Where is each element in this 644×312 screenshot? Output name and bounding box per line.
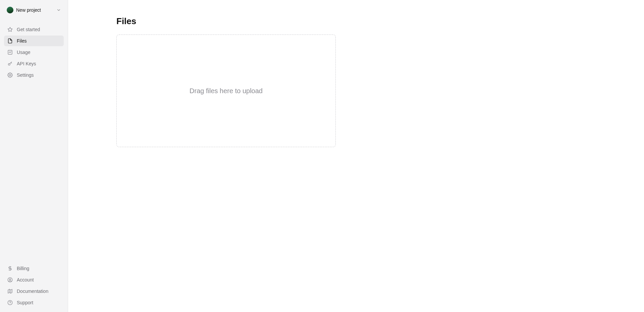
gear-icon	[7, 72, 13, 78]
dropzone-text: Drag files here to upload	[190, 87, 263, 95]
sidebar-item-api-keys[interactable]: API Keys	[4, 58, 64, 69]
sidebar-item-files[interactable]: Files	[4, 36, 64, 46]
project-name: New project	[16, 7, 54, 13]
svg-point-5	[9, 74, 11, 76]
sidebar-item-get-started[interactable]: Get started	[4, 24, 64, 35]
sidebar-item-label: Documentation	[17, 289, 48, 294]
nav-list-main: Get started Files Usage API Keys Setting…	[4, 24, 64, 80]
sidebar-item-support[interactable]: Support	[4, 297, 64, 308]
svg-marker-0	[8, 27, 12, 32]
nav-list-footer: Billing Account Documentation Support	[4, 263, 64, 308]
project-selector[interactable]: New project	[4, 4, 64, 16]
svg-marker-9	[8, 289, 12, 293]
key-icon	[7, 61, 13, 66]
sidebar-item-label: Usage	[17, 50, 30, 55]
sidebar-item-label: Get started	[17, 27, 40, 32]
star-icon	[7, 27, 13, 32]
main-content: Files Drag files here to upload	[68, 0, 644, 312]
map-icon	[7, 289, 13, 294]
project-avatar-icon	[7, 7, 13, 13]
file-icon	[7, 38, 13, 44]
sidebar-item-settings[interactable]: Settings	[4, 70, 64, 80]
sidebar: New project Get started Files Usage	[0, 0, 68, 312]
svg-line-4	[11, 63, 12, 63]
sidebar-item-label: API Keys	[17, 61, 36, 66]
chevron-down-icon	[56, 8, 61, 12]
sidebar-item-label: Billing	[17, 266, 29, 271]
sidebar-item-label: Settings	[17, 72, 34, 78]
sidebar-item-label: Account	[17, 277, 34, 283]
dollar-icon	[7, 266, 13, 271]
page-title: Files	[116, 16, 644, 26]
file-dropzone[interactable]: Drag files here to upload	[116, 35, 336, 147]
sidebar-item-documentation[interactable]: Documentation	[4, 286, 64, 297]
sidebar-item-label: Files	[17, 38, 27, 44]
sidebar-item-label: Support	[17, 300, 33, 305]
sidebar-item-account[interactable]: Account	[4, 274, 64, 285]
sidebar-item-usage[interactable]: Usage	[4, 47, 64, 58]
activity-icon	[7, 50, 13, 55]
user-circle-icon	[7, 277, 13, 283]
svg-point-8	[9, 279, 11, 280]
help-circle-icon	[7, 300, 13, 305]
sidebar-item-billing[interactable]: Billing	[4, 263, 64, 274]
